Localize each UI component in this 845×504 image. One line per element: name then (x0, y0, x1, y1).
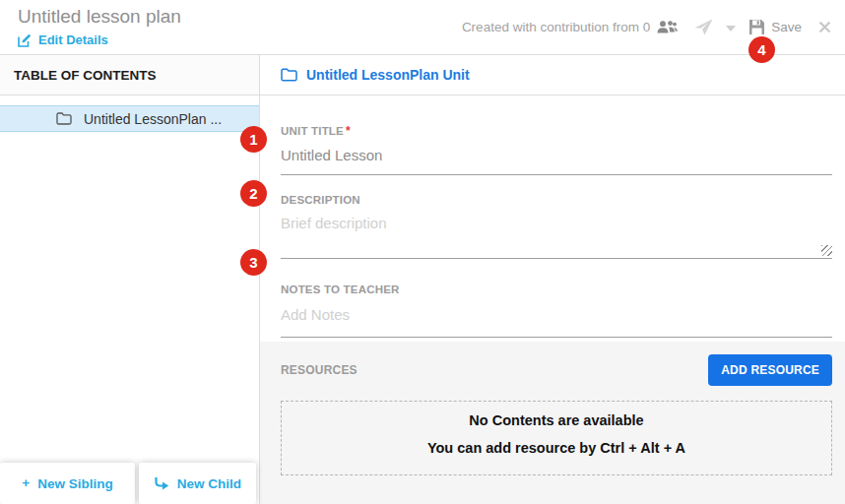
page-title: Untitled lesson plan (18, 6, 181, 28)
table-of-contents-panel: TABLE OF CONTENTS Untitled LessonPlan ..… (0, 55, 260, 504)
annotation-badge-2: 2 (240, 180, 267, 207)
annotation-badge-1: 1 (240, 126, 267, 153)
plus-icon: + (22, 476, 30, 490)
notes-input[interactable] (281, 302, 832, 338)
toc-item-untitled-lessonplan[interactable]: Untitled LessonPlan ... (0, 105, 259, 132)
add-resource-button[interactable]: ADD RESOURCE (708, 354, 832, 386)
notes-to-teacher-label: NOTES TO TEACHER (281, 284, 832, 295)
description-textarea[interactable] (281, 211, 832, 259)
empty-resources-dropzone: No Contents are available You can add re… (281, 401, 832, 475)
toc-item-label: Untitled LessonPlan ... (84, 111, 222, 127)
save-label: Save (771, 20, 802, 34)
resources-label: RESOURCES (281, 363, 358, 377)
close-icon[interactable] (818, 21, 831, 33)
required-asterisk: * (346, 124, 351, 138)
save-icon (748, 19, 765, 35)
unit-detail-panel: Untitled LessonPlan Unit UNIT TITLE* DES… (260, 55, 845, 504)
resize-handle[interactable] (821, 245, 832, 256)
new-child-label: New Child (177, 476, 241, 491)
unit-title-input[interactable] (281, 145, 832, 175)
folder-icon (281, 68, 297, 82)
description-label: DESCRIPTION (281, 194, 832, 206)
unit-title-label: UNIT TITLE* (281, 124, 832, 138)
resources-section: RESOURCES ADD RESOURCE No Contents are a… (260, 342, 845, 504)
edit-details-label: Edit Details (38, 32, 108, 47)
annotation-badge-3: 3 (240, 249, 267, 276)
edit-details-link[interactable]: Edit Details (18, 32, 181, 47)
new-sibling-label: New Sibling (37, 476, 113, 491)
contribution-text: Created with contribution from 0 (462, 20, 650, 34)
toc-heading: TABLE OF CONTENTS (14, 68, 157, 83)
child-arrow-icon (154, 476, 169, 490)
edit-icon (18, 33, 32, 47)
toc-header: TABLE OF CONTENTS (0, 55, 259, 95)
annotation-badge-4: 4 (748, 36, 775, 63)
send-icon[interactable] (694, 19, 713, 35)
save-button[interactable]: Save (748, 19, 802, 35)
new-child-button[interactable]: New Child (139, 463, 256, 504)
users-icon[interactable] (657, 20, 678, 34)
folder-icon (56, 112, 72, 125)
new-sibling-button[interactable]: + New Sibling (0, 463, 135, 504)
header: Untitled lesson plan Edit Details Create… (0, 0, 845, 55)
empty-state-hint: You can add resource by Ctrl + Alt + A (282, 440, 831, 456)
breadcrumb-label: Untitled LessonPlan Unit (306, 67, 470, 83)
caret-down-icon[interactable] (726, 24, 736, 32)
empty-state-title: No Contents are available (282, 412, 831, 428)
